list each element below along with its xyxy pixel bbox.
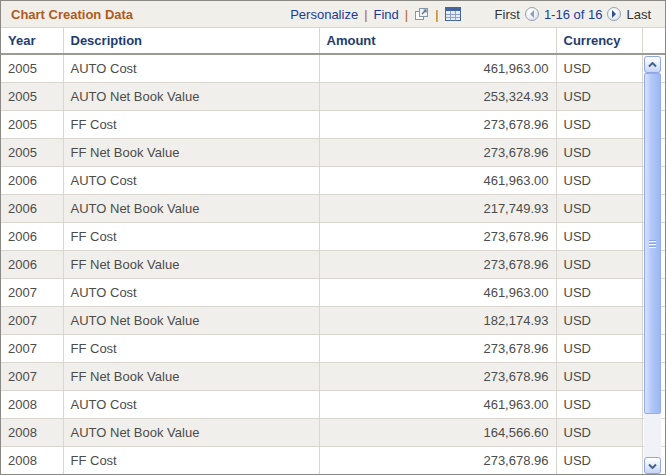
table-body: 2005AUTO Cost461,963.00USD2005AUTO Net B… — [1, 54, 665, 474]
column-header-currency[interactable]: Currency — [556, 28, 642, 54]
cell-currency: USD — [556, 222, 642, 250]
cell-amount: 273,678.96 — [319, 110, 556, 138]
download-spreadsheet-icon[interactable] — [445, 7, 461, 21]
scroll-up-button[interactable] — [644, 56, 661, 73]
data-table: Year Description Amount Currency 2005AUT… — [1, 28, 665, 475]
table-row: 2005FF Cost273,678.96USD — [1, 110, 665, 138]
cell-amount: 461,963.00 — [319, 390, 556, 418]
cell-year: 2006 — [1, 194, 63, 222]
cell-amount: 217,749.93 — [319, 194, 556, 222]
previous-arrow-icon[interactable] — [525, 7, 539, 21]
cell-description: AUTO Net Book Value — [63, 82, 319, 110]
cell-year: 2006 — [1, 222, 63, 250]
scrollbar-grip — [649, 240, 656, 248]
personalize-link[interactable]: Personalize — [290, 7, 358, 22]
cell-amount: 273,678.96 — [319, 138, 556, 166]
table-row: 2005AUTO Net Book Value253,324.93USD — [1, 82, 665, 110]
cell-year: 2006 — [1, 166, 63, 194]
table-row: 2006AUTO Cost461,963.00USD — [1, 166, 665, 194]
find-link[interactable]: Find — [374, 7, 399, 22]
last-page-link[interactable]: Last — [626, 7, 651, 22]
cell-description: FF Cost — [63, 334, 319, 362]
table-row: 2008FF Cost273,678.96USD — [1, 446, 665, 474]
scrollbar-thumb[interactable] — [644, 73, 661, 414]
cell-description: AUTO Net Book Value — [63, 194, 319, 222]
cell-amount: 273,678.96 — [319, 446, 556, 474]
cell-amount: 461,963.00 — [319, 166, 556, 194]
row-range-label: 1-16 of 16 — [544, 7, 603, 22]
cell-currency: USD — [556, 362, 642, 390]
column-header-amount[interactable]: Amount — [319, 28, 556, 54]
cell-year: 2007 — [1, 278, 63, 306]
cell-currency: USD — [556, 418, 642, 446]
cell-amount: 164,566.60 — [319, 418, 556, 446]
cell-currency: USD — [556, 138, 642, 166]
cell-currency: USD — [556, 334, 642, 362]
cell-year: 2007 — [1, 362, 63, 390]
cell-year: 2007 — [1, 334, 63, 362]
cell-description: FF Net Book Value — [63, 250, 319, 278]
cell-description: FF Net Book Value — [63, 362, 319, 390]
table-row: 2007FF Net Book Value273,678.96USD — [1, 362, 665, 390]
separator: | — [405, 7, 408, 22]
cell-amount: 253,324.93 — [319, 82, 556, 110]
grid-title-bar: Chart Creation Data Personalize | Find |… — [1, 1, 665, 28]
first-page-link[interactable]: First — [495, 7, 520, 22]
cell-year: 2007 — [1, 306, 63, 334]
cell-description: FF Cost — [63, 222, 319, 250]
grid-toolbar: Personalize | Find | | — [290, 7, 460, 22]
table-row: 2006AUTO Net Book Value217,749.93USD — [1, 194, 665, 222]
cell-description: AUTO Net Book Value — [63, 306, 319, 334]
cell-currency: USD — [556, 278, 642, 306]
cell-currency: USD — [556, 250, 642, 278]
column-header-spacer — [642, 28, 665, 54]
cell-amount: 273,678.96 — [319, 362, 556, 390]
table-row: 2007AUTO Net Book Value182,174.93USD — [1, 306, 665, 334]
scroll-down-button[interactable] — [644, 457, 661, 474]
separator: | — [435, 7, 438, 22]
cell-amount: 461,963.00 — [319, 278, 556, 306]
cell-year: 2005 — [1, 82, 63, 110]
cell-year: 2005 — [1, 110, 63, 138]
table-row: 2007AUTO Cost461,963.00USD — [1, 278, 665, 306]
cell-amount: 461,963.00 — [319, 54, 556, 82]
cell-description: AUTO Cost — [63, 278, 319, 306]
table-row: 2007FF Cost273,678.96USD — [1, 334, 665, 362]
grid-pager: First 1-16 of 16 Last — [495, 7, 651, 22]
column-header-year[interactable]: Year — [1, 28, 63, 54]
table-row: 2006FF Net Book Value273,678.96USD — [1, 250, 665, 278]
cell-currency: USD — [556, 194, 642, 222]
separator: | — [364, 7, 367, 22]
table-row: 2005FF Net Book Value273,678.96USD — [1, 138, 665, 166]
cell-year: 2008 — [1, 446, 63, 474]
cell-currency: USD — [556, 82, 642, 110]
cell-currency: USD — [556, 110, 642, 138]
view-all-popup-icon[interactable] — [414, 7, 429, 21]
cell-description: AUTO Cost — [63, 166, 319, 194]
cell-amount: 273,678.96 — [319, 222, 556, 250]
chart-creation-data-grid: Chart Creation Data Personalize | Find |… — [0, 0, 666, 475]
vertical-scrollbar[interactable] — [644, 56, 661, 474]
chevron-down-icon — [648, 463, 657, 469]
cell-description: AUTO Cost — [63, 390, 319, 418]
table-row: 2008AUTO Net Book Value164,566.60USD — [1, 418, 665, 446]
cell-year: 2008 — [1, 390, 63, 418]
table-row: 2005AUTO Cost461,963.00USD — [1, 54, 665, 82]
table-row: 2008AUTO Cost461,963.00USD — [1, 390, 665, 418]
cell-year: 2006 — [1, 250, 63, 278]
next-arrow-icon[interactable] — [607, 7, 621, 21]
cell-description: FF Cost — [63, 446, 319, 474]
cell-currency: USD — [556, 54, 642, 82]
cell-description: FF Net Book Value — [63, 138, 319, 166]
chevron-up-icon — [648, 62, 657, 68]
column-header-description[interactable]: Description — [63, 28, 319, 54]
cell-currency: USD — [556, 446, 642, 474]
scrollbar-track[interactable] — [644, 414, 661, 457]
cell-description: FF Cost — [63, 110, 319, 138]
cell-year: 2005 — [1, 54, 63, 82]
cell-description: AUTO Net Book Value — [63, 418, 319, 446]
table-header-row: Year Description Amount Currency — [1, 28, 665, 54]
cell-currency: USD — [556, 390, 642, 418]
cell-amount: 273,678.96 — [319, 334, 556, 362]
cell-currency: USD — [556, 306, 642, 334]
